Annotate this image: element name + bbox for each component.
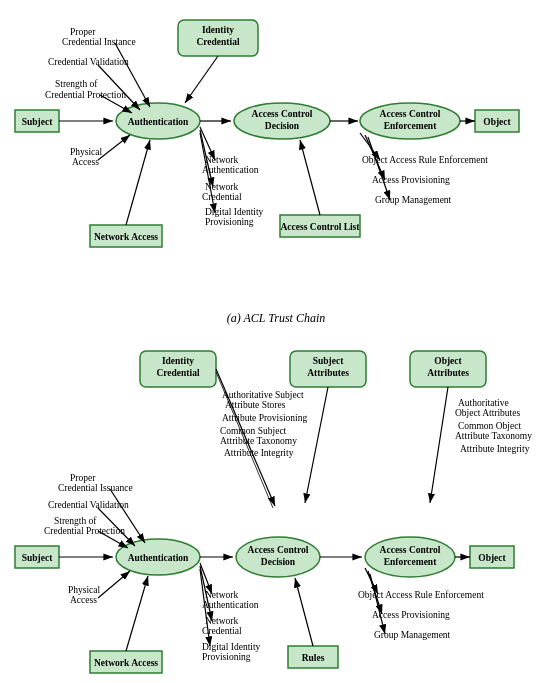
svg-text:Access: Access (72, 157, 99, 167)
svg-text:Proper: Proper (70, 473, 96, 483)
svg-text:Network: Network (205, 590, 238, 600)
svg-text:Network Access: Network Access (94, 658, 158, 668)
svg-text:Credential Validation: Credential Validation (48, 57, 129, 67)
svg-text:Credential Protection: Credential Protection (45, 90, 126, 100)
svg-text:Decision: Decision (261, 557, 296, 567)
svg-text:Attribute Integrity: Attribute Integrity (224, 448, 294, 458)
svg-line-47 (300, 140, 320, 215)
svg-line-26 (185, 56, 218, 103)
svg-text:Network Access: Network Access (94, 232, 158, 242)
svg-text:Authentication: Authentication (202, 600, 259, 610)
svg-text:Strength of: Strength of (54, 516, 97, 526)
svg-line-120 (295, 578, 313, 646)
svg-text:Proper: Proper (70, 27, 96, 37)
svg-text:Access Control: Access Control (380, 545, 441, 555)
svg-text:Attribute Taxonomy: Attribute Taxonomy (455, 431, 532, 441)
svg-text:Authoritative: Authoritative (458, 398, 509, 408)
svg-text:Identity: Identity (202, 25, 234, 35)
acl-svg: Identity Credential Proper Credential In… (10, 15, 542, 305)
svg-text:Enforcement: Enforcement (384, 121, 437, 131)
svg-text:Authentication: Authentication (128, 117, 189, 127)
svg-text:Physical: Physical (68, 585, 101, 595)
svg-text:Common Subject: Common Subject (220, 426, 287, 436)
svg-text:Attributes: Attributes (427, 368, 469, 378)
svg-text:Credential Issuance: Credential Issuance (58, 483, 133, 493)
svg-text:Enforcement: Enforcement (384, 557, 437, 567)
svg-text:Decision: Decision (265, 121, 300, 131)
svg-text:Attribute Stores: Attribute Stores (225, 400, 286, 410)
svg-text:Subject: Subject (22, 553, 53, 563)
svg-text:Subject: Subject (313, 356, 344, 366)
svg-text:Access: Access (70, 595, 97, 605)
svg-text:Access Control: Access Control (252, 109, 313, 119)
svg-text:Network: Network (205, 616, 238, 626)
svg-text:Credential: Credential (196, 37, 239, 47)
svg-line-73 (430, 387, 448, 503)
svg-text:Object: Object (483, 117, 511, 127)
svg-text:Access Provisioning: Access Provisioning (372, 610, 450, 620)
svg-line-72 (305, 387, 328, 503)
svg-text:Access Control List: Access Control List (281, 222, 361, 232)
abac-svg: Identity Credential Subject Attributes O… (10, 346, 542, 683)
svg-text:Network: Network (205, 155, 238, 165)
svg-text:Object Access Rule Enforcement: Object Access Rule Enforcement (362, 155, 488, 165)
svg-text:Attribute Integrity: Attribute Integrity (460, 444, 530, 454)
svg-text:Credential Protection: Credential Protection (44, 526, 125, 536)
svg-text:Physical: Physical (70, 147, 103, 157)
svg-line-105 (98, 571, 130, 598)
svg-text:Object: Object (478, 553, 506, 563)
svg-text:Object Attributes: Object Attributes (455, 408, 520, 418)
acl-diagram: Identity Credential Proper Credential In… (10, 10, 542, 341)
svg-text:Group Management: Group Management (375, 195, 452, 205)
svg-line-32 (98, 135, 130, 160)
svg-text:Authoritative Subject: Authoritative Subject (222, 390, 304, 400)
svg-text:Authentication: Authentication (128, 553, 189, 563)
svg-text:Access Control: Access Control (248, 545, 309, 555)
svg-text:Digital Identity: Digital Identity (202, 642, 261, 652)
svg-text:Credential: Credential (202, 192, 242, 202)
svg-text:Credential Validation: Credential Validation (48, 500, 129, 510)
svg-text:Attribute Provisioning: Attribute Provisioning (222, 413, 307, 423)
svg-text:Attributes: Attributes (307, 368, 349, 378)
svg-text:Group Management: Group Management (374, 630, 451, 640)
svg-text:Strength of: Strength of (55, 79, 98, 89)
svg-line-28 (98, 65, 140, 110)
svg-text:Rules: Rules (302, 653, 325, 663)
svg-text:Credential Instance: Credential Instance (62, 37, 136, 47)
svg-text:Subject: Subject (22, 117, 53, 127)
svg-text:Object: Object (434, 356, 462, 366)
svg-text:Provisioning: Provisioning (202, 652, 251, 662)
svg-line-35 (126, 140, 150, 225)
svg-line-126 (370, 574, 385, 634)
abac-diagram: Identity Credential Subject Attributes O… (10, 341, 542, 683)
svg-text:Access Control: Access Control (380, 109, 441, 119)
svg-text:Provisioning: Provisioning (205, 217, 254, 227)
svg-line-53 (368, 137, 390, 200)
svg-line-108 (126, 576, 148, 651)
svg-text:Identity: Identity (162, 356, 194, 366)
acl-caption: (a) ACL Trust Chain (10, 311, 542, 326)
svg-text:Credential: Credential (156, 368, 199, 378)
svg-text:Common Object: Common Object (458, 421, 521, 431)
svg-text:Attribute Taxonomy: Attribute Taxonomy (220, 436, 297, 446)
